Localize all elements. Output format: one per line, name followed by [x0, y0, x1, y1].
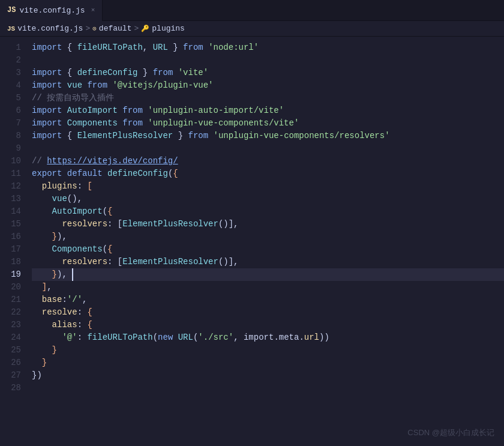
code-line-19: ● }),	[32, 268, 504, 281]
tab-vite-config[interactable]: JS vite.config.js ×	[0, 0, 103, 21]
code-line-11: export default defineConfig({	[32, 167, 504, 180]
breadcrumb-default-icon: ⊙	[92, 25, 97, 32]
breadcrumb-sep1: >	[85, 24, 90, 33]
code-line-8: import { ElementPlusResolver } from 'unp…	[32, 130, 504, 142]
ln-22: 22	[0, 306, 21, 319]
ln-18: 18	[0, 256, 21, 268]
breadcrumb-file[interactable]: vite.config.js	[17, 24, 83, 33]
code-line-9	[32, 142, 504, 155]
ln-11: 11	[0, 167, 21, 180]
ln-26: 26	[0, 357, 21, 369]
code-line-2	[32, 54, 504, 67]
code-line-28	[32, 382, 504, 394]
code-line-1: import { fileURLToPath, URL } from 'node…	[32, 41, 504, 54]
breadcrumb-default[interactable]: default	[99, 24, 132, 33]
code-line-23: alias: {	[32, 319, 504, 331]
code-line-20: ],	[32, 281, 504, 294]
code-line-12: plugins: [	[32, 180, 504, 193]
breadcrumb-js-icon: JS	[7, 25, 15, 32]
code-line-3: import { defineConfig } from 'vite'	[32, 67, 504, 79]
ln-28: 28	[0, 382, 21, 394]
ln-1: 1	[0, 41, 21, 54]
ln-3: 3	[0, 67, 21, 79]
ln-9: 9	[0, 142, 21, 155]
code-line-17: Components({	[32, 243, 504, 256]
code-area[interactable]: import { fileURLToPath, URL } from 'node…	[27, 37, 504, 446]
ln-7: 7	[0, 117, 21, 130]
code-line-14: AutoImport({	[32, 205, 504, 218]
line-numbers: 1 2 3 4 5 6 7 8 9 10 11 12 13 14 15 16 1…	[0, 37, 27, 446]
breadcrumb-sep2: >	[134, 24, 139, 33]
ln-25: 25	[0, 344, 21, 357]
ln-21: 21	[0, 294, 21, 306]
code-line-10: // https://vitejs.dev/config/	[32, 155, 504, 167]
ln-17: 17	[0, 243, 21, 256]
code-line-16: }),	[32, 231, 504, 243]
breadcrumb-plugins-icon: 🔑	[141, 25, 149, 32]
breadcrumb: JS vite.config.js > ⊙ default > 🔑 plugin…	[0, 21, 504, 37]
code-line-13: vue(),	[32, 193, 504, 205]
ln-16: 16	[0, 231, 21, 243]
code-line-5: // 按需自动导入插件	[32, 92, 504, 104]
ln-12: 12	[0, 180, 21, 193]
ln-8: 8	[0, 130, 21, 142]
tab-close-button[interactable]: ×	[91, 7, 95, 14]
code-line-15: resolvers: [ElementPlusResolver()],	[32, 218, 504, 231]
ln-13: 13	[0, 193, 21, 205]
editor: 1 2 3 4 5 6 7 8 9 10 11 12 13 14 15 16 1…	[0, 37, 504, 446]
ln-20: 20	[0, 281, 21, 294]
ln-5: 5	[0, 92, 21, 104]
ln-4: 4	[0, 79, 21, 92]
ln-24: 24	[0, 331, 21, 344]
code-line-24: '@': fileURLToPath(new URL('./src', impo…	[32, 331, 504, 344]
js-file-icon: JS	[7, 6, 16, 14]
ln-19: 19	[0, 268, 21, 281]
code-line-7: import Components from 'unplugin-vue-com…	[32, 117, 504, 130]
ln-14: 14	[0, 205, 21, 218]
code-line-21: base:'/',	[32, 294, 504, 306]
tab-filename: vite.config.js	[19, 6, 85, 15]
ln-10: 10	[0, 155, 21, 167]
ln-23: 23	[0, 319, 21, 331]
code-line-27: })	[32, 369, 504, 382]
code-line-4: import vue from '@vitejs/plugin-vue'	[32, 79, 504, 92]
code-line-26: }	[32, 357, 504, 369]
ln-27: 27	[0, 369, 21, 382]
ln-15: 15	[0, 218, 21, 231]
breadcrumb-plugins[interactable]: plugins	[152, 24, 185, 33]
code-line-22: resolve: {	[32, 306, 504, 319]
code-line-25: }	[32, 344, 504, 357]
code-line-6: import AutoImport from 'unplugin-auto-im…	[32, 104, 504, 117]
code-line-18: resolvers: [ElementPlusResolver()],	[32, 256, 504, 268]
ln-6: 6	[0, 104, 21, 117]
watermark: CSDN @超级小白成长记	[407, 426, 494, 439]
tab-bar: JS vite.config.js ×	[0, 0, 504, 21]
ln-2: 2	[0, 54, 21, 67]
